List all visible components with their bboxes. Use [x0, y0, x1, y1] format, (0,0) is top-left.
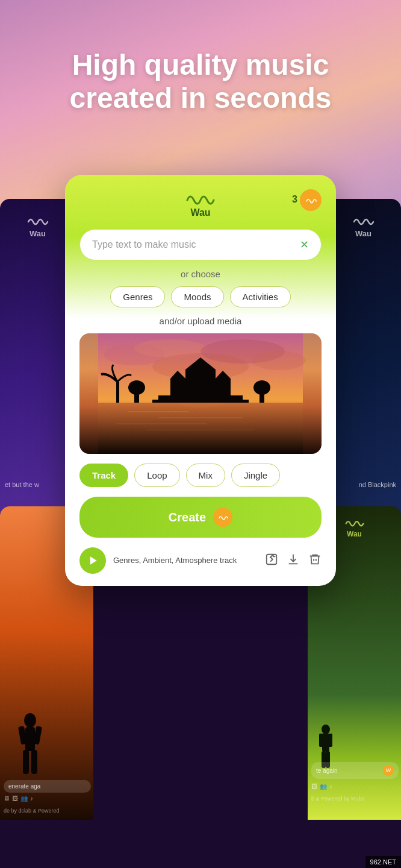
svg-rect-4 [23, 750, 29, 774]
coin-icon [305, 194, 317, 206]
svg-rect-31 [152, 400, 249, 403]
svg-rect-19 [98, 403, 303, 454]
create-coin-badge [213, 508, 232, 527]
svg-rect-5 [31, 750, 37, 774]
type-track-btn[interactable]: Track [79, 464, 128, 487]
wau-label-left: Wau [30, 229, 46, 238]
type-loop-btn[interactable]: Loop [134, 464, 179, 487]
svg-rect-36 [116, 382, 119, 403]
bg-card-right-upper: Wau nd Blackpink Share [326, 199, 401, 549]
svg-rect-8 [319, 734, 323, 747]
wau-wave-right-lower [344, 516, 365, 528]
generate-again-right[interactable]: te again [316, 767, 338, 774]
track-info-row: Genres, Ambient, Atmosphere track [79, 547, 322, 574]
track-description: Genres, Ambient, Atmosphere track [113, 555, 258, 566]
hero-title: High quality music created in seconds [24, 48, 377, 115]
coin-badge [300, 189, 322, 211]
person-silhouette [12, 711, 48, 784]
sunset-image [79, 333, 322, 454]
play-icon [87, 555, 99, 567]
search-container: Type text to make music ✕ [79, 229, 322, 260]
svg-point-0 [24, 713, 36, 728]
svg-marker-37 [90, 556, 97, 564]
type-mix-btn[interactable]: Mix [186, 464, 225, 487]
media-preview[interactable] [79, 333, 322, 454]
download-icon[interactable] [287, 553, 300, 569]
svg-point-6 [322, 725, 330, 734]
track-actions [265, 553, 322, 569]
main-modal: Wau 3 Type text to make music ✕ or choos… [65, 175, 336, 586]
wau-wave-icon [185, 189, 216, 206]
delete-icon[interactable] [308, 553, 322, 569]
coin-count: 3 [292, 194, 297, 205]
type-selector: Track Loop Mix Jingle [79, 464, 322, 487]
clear-icon[interactable]: ✕ [300, 238, 309, 251]
svg-point-35 [253, 380, 270, 395]
modal-logo-row: Wau 3 [79, 189, 322, 218]
bg-card-left-upper: Wau et but the w Share [0, 199, 75, 549]
left-card-subtitle: et but the w [5, 481, 39, 488]
create-label: Create [169, 511, 206, 524]
generate-again-left[interactable]: enerate aga [4, 780, 91, 793]
wau-label-right: Wau [355, 229, 371, 238]
wau-logo: Wau [185, 189, 216, 218]
upload-label: and/or upload media [79, 316, 322, 326]
create-button[interactable]: Create [79, 497, 322, 538]
svg-rect-1 [25, 727, 35, 751]
svg-point-33 [128, 380, 145, 395]
or-choose-label: or choose [79, 269, 322, 279]
share-track-icon[interactable] [265, 553, 278, 569]
search-placeholder: Type text to make music [92, 239, 196, 250]
right-card-subtitle: nd Blackpink [359, 481, 396, 488]
svg-rect-9 [328, 734, 332, 747]
play-button[interactable] [79, 547, 106, 574]
hero-section: High quality music created in seconds [0, 48, 401, 115]
search-input-wrapper[interactable]: Type text to make music ✕ [79, 229, 322, 260]
watermark: 962.NET [365, 856, 401, 868]
chip-moods[interactable]: Moods [171, 286, 223, 307]
chip-genres[interactable]: Genres [110, 286, 165, 307]
svg-point-16 [252, 351, 306, 370]
wau-text: Wau [190, 207, 210, 218]
chip-activities[interactable]: Activities [230, 286, 291, 307]
create-coin-icon [217, 512, 228, 523]
wau-wave-bg-left [26, 213, 50, 227]
filter-chips: Genres Moods Activities [79, 286, 322, 307]
wau-wave-bg-right [352, 213, 376, 227]
type-jingle-btn[interactable]: Jingle [231, 464, 280, 487]
